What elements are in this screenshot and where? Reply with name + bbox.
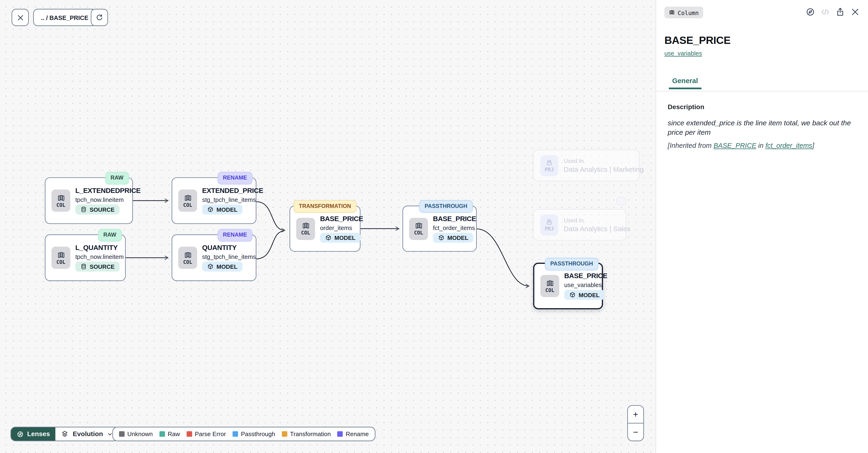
close-graph-button[interactable] <box>12 9 29 26</box>
database-icon <box>80 206 87 213</box>
lenses-bar: Lenses Evolution <box>10 427 119 441</box>
col-chip-label: COL <box>57 259 65 265</box>
share-icon[interactable] <box>835 7 845 17</box>
legend-label: Parse Error <box>195 431 226 437</box>
model-badge: MODEL <box>433 233 473 243</box>
cube-icon <box>207 206 214 213</box>
inherited-column-link[interactable]: BASE_PRICE <box>713 142 756 150</box>
description-text: since extended_price is the line item to… <box>668 118 858 137</box>
inherited-suffix: ] <box>812 142 814 150</box>
zoom-in-button[interactable]: + <box>628 406 643 423</box>
node-evolution-badge: PASSTHROUGH <box>419 200 473 213</box>
node-l-extendedprice[interactable]: RAW COL L_EXTENDEDPRICE tpch_now.lineite… <box>45 177 133 224</box>
col-chip-label: COL <box>414 230 423 236</box>
node-base-price-fct-order-items[interactable]: PASSTHROUGH COL BASE_PRICE fct_order_ite… <box>403 206 477 252</box>
columns-icon <box>669 9 675 16</box>
columns-icon <box>302 222 310 230</box>
column-type-chip: COL <box>52 190 70 212</box>
project-icon <box>546 159 553 167</box>
kind-label: MODEL <box>334 234 355 241</box>
node-title: L_QUANTITY <box>75 244 118 252</box>
node-title: QUANTITY <box>202 244 237 252</box>
used-in-card-marketing[interactable]: PRJ Used In Data Analytics | Marketing <box>533 150 640 181</box>
legend-label: Rename <box>346 431 369 437</box>
node-title: EXTENDED_PRICE <box>202 187 263 195</box>
node-evolution-badge: PASSTHROUGH <box>545 258 598 271</box>
inherited-prefix: [Inherited from <box>668 142 713 150</box>
legend-swatch <box>337 431 343 437</box>
legend-item: Rename <box>337 431 369 437</box>
zoom-out-button[interactable]: − <box>628 423 643 441</box>
model-badge: MODEL <box>564 290 604 300</box>
entity-type-label: Column <box>678 9 699 16</box>
legend-label: Unknown <box>127 431 153 437</box>
used-in-card-sales[interactable]: PRJ Used In Data Analytics | Sales <box>533 209 626 240</box>
node-l-quantity[interactable]: RAW COL L_QUANTITY tpch_now.lineitem SOU… <box>45 234 126 281</box>
lens-mode-dropdown[interactable]: Evolution <box>56 427 118 441</box>
node-base-price-order-items[interactable]: TRANSFORMATION COL BASE_PRICE order_item… <box>289 206 361 252</box>
node-evolution-badge: RAW <box>98 229 122 242</box>
legend-swatch <box>159 431 165 437</box>
panel-model-link[interactable]: use_variables <box>664 50 702 57</box>
lenses-button[interactable]: Lenses <box>11 427 56 441</box>
project-chip: PRJ <box>540 214 558 235</box>
zoom-control: + − <box>627 405 644 441</box>
node-base-price-use-variables[interactable]: PASSTHROUGH COL BASE_PRICE use_variables… <box>533 263 603 309</box>
legend-label: Passthrough <box>241 431 275 437</box>
detail-panel: Column BASE_PRICE use_variables General … <box>656 0 868 453</box>
panel-actions <box>806 7 860 17</box>
node-evolution-badge: RENAME <box>217 229 252 242</box>
entity-type-badge: Column <box>664 6 703 18</box>
breadcrumb-label: .. / BASE_PRICE <box>41 14 88 21</box>
column-type-chip: COL <box>52 247 70 269</box>
lineage-canvas[interactable]: .. / BASE_PRICE RAW COL L_EXTENDEDPRICE … <box>0 0 656 453</box>
lenses-label: Lenses <box>27 430 50 438</box>
prj-chip-label: PRJ <box>545 226 554 231</box>
node-evolution-badge: TRANSFORMATION <box>293 200 356 213</box>
close-panel-icon[interactable] <box>850 7 860 17</box>
close-icon <box>17 13 24 21</box>
code-icon[interactable] <box>820 7 830 17</box>
legend-item: Raw <box>159 431 180 437</box>
kind-label: MODEL <box>216 263 238 270</box>
columns-icon <box>184 251 192 259</box>
project-icon <box>546 218 553 226</box>
refresh-button[interactable] <box>91 9 108 26</box>
refresh-icon <box>95 13 103 22</box>
legend-item: Unknown <box>119 431 153 437</box>
model-badge: MODEL <box>202 262 242 272</box>
used-in-label: Used In <box>564 217 630 223</box>
legend-swatch <box>282 431 287 437</box>
col-chip-label: COL <box>183 259 192 265</box>
legend-item: Passthrough <box>232 431 275 437</box>
cube-icon <box>325 234 332 241</box>
legend-swatch <box>119 431 125 437</box>
explore-compass-icon[interactable] <box>806 7 815 17</box>
tab-general[interactable]: General <box>669 74 701 89</box>
columns-icon <box>57 194 65 202</box>
node-subtitle: tpch_now.lineitem <box>75 253 124 260</box>
node-subtitle: order_items <box>320 224 352 231</box>
lens-mode-label: Evolution <box>73 430 103 438</box>
kind-label: MODEL <box>216 206 238 213</box>
cube-icon <box>207 263 214 270</box>
node-subtitle: stg_tpch_line_items <box>202 196 256 203</box>
node-title: L_EXTENDEDPRICE <box>75 187 141 195</box>
inherited-model-link[interactable]: fct_order_items <box>765 142 812 150</box>
used-in-name: Data Analytics | Sales <box>564 225 630 233</box>
legend-label: Raw <box>168 431 180 437</box>
columns-icon <box>184 194 192 202</box>
faded-badge <box>616 197 626 205</box>
node-evolution-badge: RENAME <box>217 172 252 185</box>
columns-icon <box>414 222 423 230</box>
panel-tabs: General <box>656 74 868 91</box>
breadcrumb[interactable]: .. / BASE_PRICE <box>33 9 96 26</box>
columns-icon <box>546 279 554 287</box>
legend: Unknown Raw Parse Error Passthrough Tran… <box>112 427 375 441</box>
col-chip-label: COL <box>546 287 554 293</box>
legend-item: Parse Error <box>186 431 226 437</box>
node-extended-price[interactable]: RENAME COL EXTENDED_PRICE stg_tpch_line_… <box>172 177 256 224</box>
column-type-chip: COL <box>540 275 559 297</box>
node-quantity[interactable]: RENAME COL QUANTITY stg_tpch_line_items … <box>172 234 256 281</box>
node-title: BASE_PRICE <box>320 215 363 223</box>
